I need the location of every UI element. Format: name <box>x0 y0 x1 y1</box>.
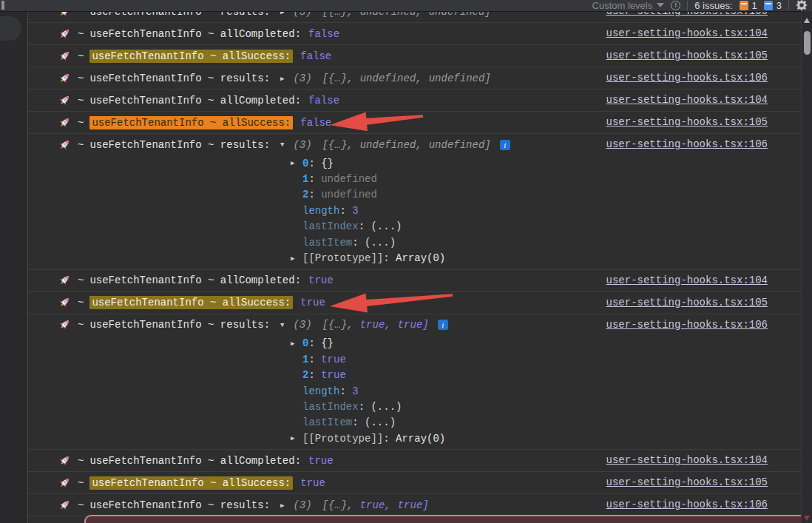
log-message: ~useFetchTenantInfo ~ allCompleted:false <box>58 23 606 44</box>
collapse-triangle-icon[interactable]: ▼ <box>280 322 284 329</box>
console-log-row: ~useFetchTenantInfo ~ allCompleted:trueu… <box>28 450 812 472</box>
log-prefix-tilde: ~ <box>78 95 84 107</box>
array-preview-item: [{…}, <box>322 319 353 331</box>
array-length-preview: (3) <box>293 499 311 511</box>
property-value: true <box>321 354 346 365</box>
log-label: useFetchTenantInfo ~ allCompleted: <box>89 274 301 286</box>
log-message: ~useFetchTenantInfo ~ allSuccess:false <box>58 45 606 67</box>
rocket-icon <box>58 499 71 512</box>
settings-gear-icon[interactable] <box>796 0 808 11</box>
issues-count-label[interactable]: 6 issues: <box>694 0 732 11</box>
expanded-array-tree: ▶0: {}1: true2: truelength: 3lastIndex: … <box>291 336 606 450</box>
array-preview-item: [{…}, <box>322 139 353 151</box>
info-icon[interactable]: ! <box>671 1 680 10</box>
source-link[interactable]: user-setting-hooks.tsx:104 <box>606 90 768 111</box>
log-message: ~useFetchTenantInfo ~ results:▶(3)[{…},t… <box>58 494 606 516</box>
log-label: useFetchTenantInfo ~ results: <box>89 139 270 151</box>
log-value: true <box>300 297 325 308</box>
info-badge-icon[interactable]: i <box>500 140 510 150</box>
log-prefix-tilde: ~ <box>78 72 84 84</box>
scroll-down-arrow-icon[interactable] <box>804 516 810 521</box>
log-value: true <box>300 477 325 489</box>
source-link[interactable]: user-setting-hooks.tsx:104 <box>606 270 768 291</box>
source-link[interactable]: user-setting-hooks.tsx:105 <box>606 45 768 67</box>
property-colon: : <box>308 354 321 365</box>
console-left-gutter <box>0 11 28 523</box>
source-link[interactable]: user-setting-hooks.tsx:106 <box>606 494 768 516</box>
source-link[interactable]: user-setting-hooks.tsx:106 <box>606 67 768 89</box>
improvement-count: 3 <box>777 0 782 11</box>
property-value: (...) <box>365 416 396 428</box>
log-level-label: Custom levels <box>592 0 653 11</box>
log-message: ~useFetchTenantInfo ~ allCompleted:false <box>58 90 606 111</box>
log-prefix-tilde: ~ <box>78 50 84 62</box>
source-link[interactable]: user-setting-hooks.tsx:105 <box>606 472 768 493</box>
source-link[interactable]: user-setting-hooks.tsx:104 <box>606 23 768 44</box>
tree-property-row: lastItem: (...) <box>291 234 606 250</box>
array-preview-item: undefined] <box>429 139 491 151</box>
log-message: ~useFetchTenantInfo ~ results:▶(3)[{…},u… <box>58 11 606 22</box>
array-length-preview: (3) <box>293 319 311 331</box>
property-key: 1 <box>302 354 308 365</box>
console-log-row: ~useFetchTenantInfo ~ results:▼(3)[{…},u… <box>28 134 812 270</box>
array-preview-item: [{…}, <box>322 499 353 511</box>
property-colon: : <box>308 158 321 169</box>
property-key: lastItem <box>302 237 352 249</box>
property-key: lastItem <box>302 416 352 428</box>
source-link[interactable]: user-setting-hooks.tsx:104 <box>606 450 768 471</box>
console-log-area: ~useFetchTenantInfo ~ results:▶(3)[{…},u… <box>28 11 812 523</box>
expand-triangle-icon[interactable]: ▶ <box>280 502 284 510</box>
property-value: undefined <box>321 173 377 185</box>
improvement-issue-icon[interactable] <box>764 1 773 10</box>
tree-property-row: lastIndex: (...) <box>291 399 606 414</box>
console-log-row: ~useFetchTenantInfo ~ allSuccess:falseus… <box>28 112 812 134</box>
toolbar-divider <box>687 1 688 10</box>
array-preview-item: true, <box>360 319 391 331</box>
tree-property-row: length: 3 <box>291 383 606 399</box>
rocket-icon <box>58 94 71 107</box>
array-length-preview: (3) <box>293 11 311 18</box>
source-link[interactable]: user-setting-hooks.tsx:106 <box>606 11 768 22</box>
property-key: 2 <box>302 369 308 381</box>
property-colon: : <box>308 337 321 349</box>
console-log-row: ~useFetchTenantInfo ~ allCompleted:trueu… <box>28 270 812 292</box>
tree-property-row: 2: true <box>291 368 606 383</box>
tree-property-row: lastItem: (...) <box>291 415 606 431</box>
scroll-up-arrow-icon[interactable] <box>804 18 810 23</box>
collapse-triangle-icon[interactable]: ▼ <box>280 141 284 149</box>
expand-triangle-icon[interactable]: ▶ <box>291 159 302 167</box>
log-prefix-tilde: ~ <box>78 11 84 18</box>
expand-triangle-icon[interactable]: ▶ <box>280 75 284 83</box>
log-level-dropdown[interactable]: Custom levels <box>592 0 665 11</box>
log-value: true <box>308 455 334 467</box>
property-key: [[Prototype]] <box>302 433 383 445</box>
log-prefix-tilde: ~ <box>78 297 84 308</box>
info-badge-icon[interactable]: i <box>438 320 448 330</box>
expand-triangle-icon[interactable]: ▶ <box>291 340 302 348</box>
scrollbar[interactable] <box>801 11 812 523</box>
console-log-row: ~useFetchTenantInfo ~ results:▶(3)[{…},t… <box>28 494 812 516</box>
property-colon: : <box>308 369 321 381</box>
rocket-icon <box>58 274 71 287</box>
log-prefix-tilde: ~ <box>78 499 84 511</box>
console-log-row: ~useFetchTenantInfo ~ results:▶(3)[{…},u… <box>28 11 812 23</box>
gutter-pill <box>0 16 21 41</box>
devtools-console-panel: Custom levels ! 6 issues: 1 3 ~useFetchT… <box>0 0 812 523</box>
property-colon: : <box>308 189 321 200</box>
log-message: ~useFetchTenantInfo ~ allSuccess:true <box>58 292 606 314</box>
source-link[interactable]: user-setting-hooks.tsx:105 <box>606 112 768 133</box>
breaking-change-issue-icon[interactable] <box>740 1 748 10</box>
scrollbar-thumb[interactable] <box>804 31 811 55</box>
rocket-icon <box>58 50 71 63</box>
property-value: {} <box>321 337 334 349</box>
console-log-row: ~useFetchTenantInfo ~ allCompleted:false… <box>28 90 812 112</box>
property-colon: : <box>339 205 352 217</box>
expand-triangle-icon[interactable]: ▶ <box>291 254 302 263</box>
source-link[interactable]: user-setting-hooks.tsx:106 <box>606 314 768 336</box>
source-link[interactable]: user-setting-hooks.tsx:105 <box>606 292 768 314</box>
property-key: lastIndex <box>302 401 359 413</box>
property-key: [[Prototype]] <box>302 252 383 264</box>
tree-property-row: 1: true <box>291 351 606 367</box>
source-link[interactable]: user-setting-hooks.tsx:106 <box>606 134 768 155</box>
expand-triangle-icon[interactable]: ▶ <box>291 434 302 442</box>
